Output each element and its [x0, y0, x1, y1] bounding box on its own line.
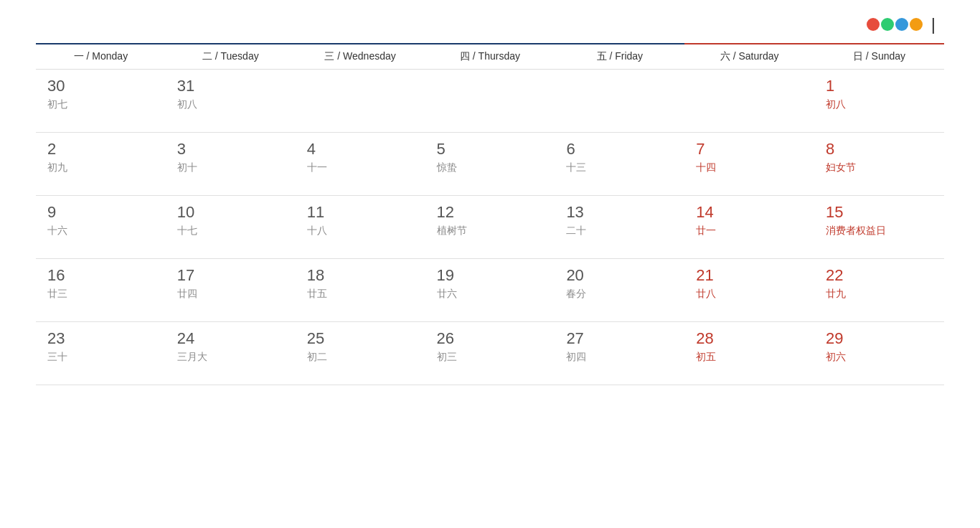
day-cell: 31初八: [166, 70, 296, 133]
day-cell: 4十一: [296, 133, 425, 196]
day-cell: 25初二: [296, 322, 425, 385]
day-cell: 19廿六: [425, 259, 555, 322]
week-row: 16廿三17廿四18廿五19廿六20春分21廿八22廿九: [36, 259, 944, 322]
brand-logo: [867, 18, 923, 31]
day-cell: 6十三: [555, 133, 684, 196]
day-cell: 21廿八: [684, 259, 814, 322]
week-row: 9十六10十七11十八12植树节13二十14廿一15消费者权益日: [36, 196, 944, 259]
day-cell: 12植树节: [425, 196, 555, 259]
day-cell: 28初五: [684, 322, 814, 385]
day-cell: 11十八: [296, 196, 425, 259]
calendar-page: | 一 / Monday二 / Tuesday三 / Wednesday四 / …: [0, 0, 980, 528]
day-cell: 0: [425, 70, 555, 133]
day-cell: 18廿五: [296, 259, 425, 322]
weekday-header: 二 / Tuesday: [166, 44, 296, 70]
day-cell: 3初十: [166, 133, 296, 196]
day-cell: 5惊蛰: [425, 133, 555, 196]
day-cell: 16廿三: [36, 259, 166, 322]
weekday-header: 三 / Wednesday: [296, 44, 425, 70]
brand: |: [867, 14, 944, 36]
day-cell: 24三月大: [166, 322, 296, 385]
weekday-header: 五 / Friday: [555, 44, 684, 70]
week-row: 30初七31初八00001初八: [36, 70, 944, 133]
calendar-table: 一 / Monday二 / Tuesday三 / Wednesday四 / Th…: [36, 43, 944, 385]
week-row: 23三十24三月大25初二26初三27初四28初五29初六: [36, 322, 944, 385]
day-cell: 1初八: [814, 70, 944, 133]
calendar-header: 一 / Monday二 / Tuesday三 / Wednesday四 / Th…: [36, 44, 944, 70]
day-cell: 27初四: [555, 322, 684, 385]
brand-divider: |: [931, 14, 936, 34]
logo-circle-green: [881, 18, 894, 31]
day-cell: 17廿四: [166, 259, 296, 322]
day-cell: 22廿九: [814, 259, 944, 322]
day-cell: 0: [555, 70, 684, 133]
day-cell: 10十七: [166, 196, 296, 259]
header: |: [36, 14, 944, 36]
weekday-header: 一 / Monday: [36, 44, 166, 70]
weekday-row: 一 / Monday二 / Tuesday三 / Wednesday四 / Th…: [36, 44, 944, 70]
day-cell: 20春分: [555, 259, 684, 322]
logo-circle-orange: [910, 18, 923, 31]
calendar-body: 30初七31初八00001初八2初九3初十4十一5惊蛰6十三7十四8妇女节9十六…: [36, 70, 944, 385]
day-cell: 26初三: [425, 322, 555, 385]
day-cell: 15消费者权益日: [814, 196, 944, 259]
day-cell: 2初九: [36, 133, 166, 196]
weekday-header: 六 / Saturday: [684, 44, 814, 70]
logo-circle-blue: [895, 18, 908, 31]
day-cell: 14廿一: [684, 196, 814, 259]
logo-circle-red: [867, 18, 880, 31]
day-cell: 13二十: [555, 196, 684, 259]
day-cell: 0: [296, 70, 425, 133]
day-cell: 8妇女节: [814, 133, 944, 196]
day-cell: 29初六: [814, 322, 944, 385]
day-cell: 23三十: [36, 322, 166, 385]
day-cell: 0: [684, 70, 814, 133]
day-cell: 7十四: [684, 133, 814, 196]
day-cell: 30初七: [36, 70, 166, 133]
week-row: 2初九3初十4十一5惊蛰6十三7十四8妇女节: [36, 133, 944, 196]
weekday-header: 日 / Sunday: [814, 44, 944, 70]
weekday-header: 四 / Thursday: [425, 44, 555, 70]
brand-top: |: [867, 14, 944, 34]
day-cell: 9十六: [36, 196, 166, 259]
